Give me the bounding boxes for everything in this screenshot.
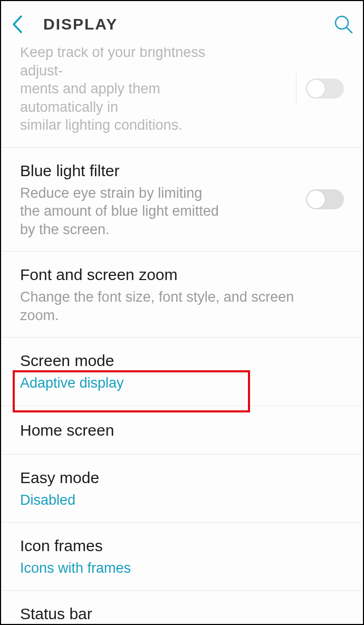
scroll-container: Auto brightness Keep track of your brigh… [2, 47, 362, 623]
row-title: Blue light filter [20, 160, 306, 181]
back-button[interactable] [11, 14, 34, 34]
row-desc: Reduce eye strain by limiting the amount… [20, 184, 226, 239]
row-title: Easy mode [20, 467, 344, 488]
row-desc: Keep track of your brightness adjust- me… [20, 47, 242, 134]
search-icon [333, 14, 353, 34]
page-title: DISPLAY [43, 15, 118, 33]
row-value: Adaptive display [20, 374, 344, 392]
toggle-knob [307, 80, 325, 98]
toggle-knob [307, 190, 325, 208]
row-icon-frames[interactable]: Icon frames Icons with frames [2, 522, 362, 590]
row-auto-brightness[interactable]: Auto brightness Keep track of your brigh… [2, 47, 362, 147]
row-title: Screen mode [20, 350, 344, 371]
row-blue-light-filter[interactable]: Blue light filter Reduce eye strain by l… [2, 147, 362, 252]
search-button[interactable] [330, 14, 353, 34]
row-screen-mode[interactable]: Screen mode Adaptive display [2, 337, 362, 405]
row-title: Home screen [20, 420, 344, 440]
row-title: Status bar [20, 603, 344, 623]
row-value: Disabled [20, 491, 344, 509]
settings-list: Auto brightness Keep track of your brigh… [2, 47, 362, 623]
blue-light-toggle[interactable] [306, 189, 344, 209]
chevron-left-icon [11, 14, 23, 34]
row-title: Icon frames [20, 535, 344, 556]
auto-brightness-toggle[interactable] [306, 79, 344, 99]
divider [296, 73, 296, 104]
row-title: Font and screen zoom [20, 264, 344, 285]
row-home-screen[interactable]: Home screen [2, 406, 362, 454]
row-font-screen-zoom[interactable]: Font and screen zoom Change the font siz… [2, 251, 362, 337]
row-easy-mode[interactable]: Easy mode Disabled [2, 454, 362, 522]
row-desc: Change the font size, font style, and sc… [20, 288, 337, 324]
svg-line-1 [347, 27, 352, 33]
row-value: Icons with frames [20, 559, 344, 578]
row-status-bar[interactable]: Status bar [2, 590, 362, 623]
app-header: DISPLAY [1, 1, 363, 47]
